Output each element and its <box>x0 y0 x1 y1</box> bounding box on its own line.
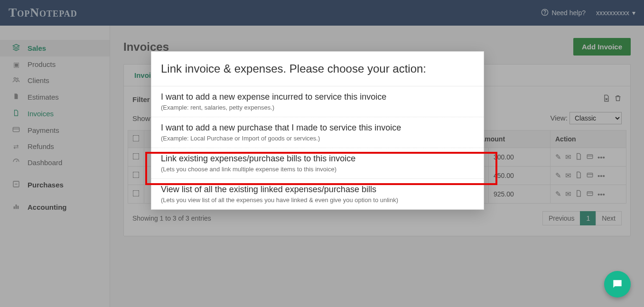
modal-option-link-existing[interactable]: Link existing expenses/purchase bills to… <box>151 148 484 178</box>
modal-option-title: Link existing expenses/purchase bills to… <box>161 154 474 164</box>
modal-option-sub: (Lets you choose and link multiple expen… <box>161 166 474 173</box>
modal-option-add-expense[interactable]: I want to add a new expense incurred to … <box>151 86 484 117</box>
modal-option-title: View list of all the existing linked exp… <box>161 185 474 195</box>
chat-bubble-button[interactable] <box>604 271 631 298</box>
modal-option-sub: (Example: Local Purchase or Import of go… <box>161 135 474 142</box>
modal-option-title: I want to add a new expense incurred to … <box>161 92 474 102</box>
modal-title: Link invoice & expenses. Please choose y… <box>151 52 484 86</box>
modal-option-view-linked[interactable]: View list of all the existing linked exp… <box>151 178 484 209</box>
modal-option-sub: (Example: rent, salaries, petty expenses… <box>161 104 474 111</box>
modal-option-title: I want to add a new purchase that I made… <box>161 123 474 133</box>
link-expenses-modal: Link invoice & expenses. Please choose y… <box>151 51 484 210</box>
modal-option-add-purchase[interactable]: I want to add a new purchase that I made… <box>151 117 484 148</box>
modal-option-sub: (Lets you view list of all the expenses … <box>161 196 474 204</box>
